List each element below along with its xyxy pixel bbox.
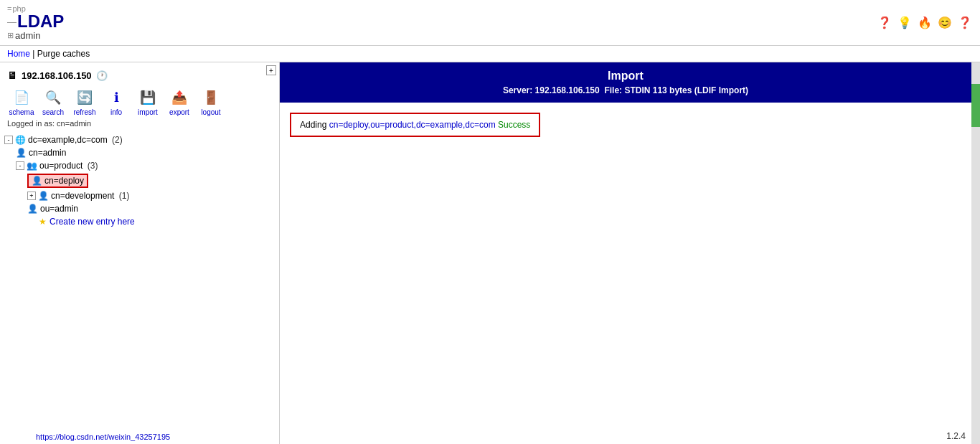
- info-button[interactable]: ℹ info: [102, 87, 131, 116]
- cn-admin-icon: 👤: [16, 148, 27, 158]
- import-result: Adding cn=deploy,ou=product,dc=example,d…: [290, 113, 540, 137]
- file-value: STDIN 113 bytes (LDIF Import): [624, 85, 748, 95]
- logout-icon: 🚪: [200, 87, 222, 108]
- import-icon: 💾: [137, 87, 159, 108]
- create-entry-link[interactable]: ★ Create new entry here: [39, 215, 275, 228]
- create-entry-label: Create new entry here: [50, 217, 135, 227]
- import-label: import: [138, 108, 158, 116]
- tree-cn-development[interactable]: + 👤 cn=development (1): [27, 189, 275, 202]
- logout-label: logout: [201, 108, 220, 116]
- logo-ldap: LDAP: [17, 13, 64, 30]
- main-layout: + 🖥 192.168.106.150 🕐 📄 schema 🔍 search …: [0, 62, 980, 444]
- content: Import Server: 192.168.106.150 File: STD…: [280, 62, 971, 444]
- logout-button[interactable]: 🚪 logout: [197, 87, 225, 116]
- cn-development-count: (1): [116, 191, 129, 201]
- root-globe-icon: 🌐: [15, 135, 26, 145]
- refresh-button[interactable]: 🔄 refresh: [70, 87, 99, 116]
- export-icon: 📤: [169, 87, 190, 108]
- home-link[interactable]: Home: [7, 49, 30, 59]
- sidebar: + 🖥 192.168.106.150 🕐 📄 schema 🔍 search …: [0, 62, 280, 444]
- server-label: Server:: [503, 85, 532, 95]
- cn-development-label: cn=development: [51, 191, 114, 201]
- server-value: 192.168.106.150: [535, 85, 600, 95]
- cn-deploy-selected[interactable]: 👤 cn=deploy: [27, 174, 88, 188]
- status-bar: https://blog.csdn.net/weixin_43257195: [36, 433, 170, 441]
- search-icon: 🔍: [42, 87, 64, 108]
- server-ip: 192.168.106.150: [22, 70, 92, 81]
- search-button[interactable]: 🔍 search: [39, 87, 67, 116]
- info-label: info: [110, 108, 122, 116]
- root-count: (2): [110, 135, 123, 145]
- import-header: Import Server: 192.168.106.150 File: STD…: [280, 62, 971, 103]
- result-dn: cn=deploy,ou=product,dc=example,dc=com: [329, 120, 496, 130]
- logo-eq-sign: =: [7, 4, 11, 13]
- root-toggle[interactable]: -: [4, 136, 13, 144]
- cn-admin-label: cn=admin: [29, 148, 66, 158]
- bulb-icon[interactable]: 💡: [897, 15, 913, 31]
- import-button[interactable]: 💾 import: [133, 87, 162, 116]
- fire-icon[interactable]: 🔥: [917, 15, 933, 31]
- logo-dash1: —: [7, 16, 17, 27]
- right-scrollbar: [971, 62, 980, 444]
- import-title: Import: [287, 70, 964, 82]
- root-label: dc=example,dc=com: [28, 135, 108, 145]
- tree-cn-deploy[interactable]: 👤 cn=deploy: [27, 172, 275, 189]
- tree-ou-product[interactable]: - 👥 ou=product (3): [16, 159, 275, 172]
- header: = php — LDAP ⊞ admin ❓ 💡 🔥 😊 ❓: [0, 0, 980, 46]
- schema-label: schema: [9, 108, 34, 116]
- development-toggle[interactable]: +: [27, 192, 36, 200]
- tree-root[interactable]: - 🌐 dc=example,dc=com (2): [4, 133, 275, 146]
- tree-cn-admin[interactable]: 👤 cn=admin: [16, 146, 275, 159]
- server-icon: 🖥: [7, 70, 17, 81]
- search-label: search: [42, 108, 64, 116]
- file-label: File:: [602, 85, 622, 95]
- ou-product-label: ou=product: [39, 161, 83, 171]
- tree-ou-admin[interactable]: 👤 ou=admin: [27, 202, 275, 215]
- cn-deploy-icon: 👤: [32, 176, 42, 186]
- version-label: 1.2.4: [946, 431, 966, 441]
- smile-icon[interactable]: 😊: [937, 15, 953, 31]
- result-prefix: Adding: [300, 120, 329, 130]
- scrollbar-thumb: [971, 84, 980, 127]
- info-icon2: ℹ: [105, 87, 127, 108]
- breadcrumb-current: Purge caches: [37, 49, 90, 59]
- breadcrumb: Home | Purge caches: [0, 46, 980, 62]
- export-button[interactable]: 📤 export: [165, 87, 194, 116]
- refresh-icon: 🔄: [74, 87, 95, 108]
- ou-admin-label: ou=admin: [40, 204, 78, 214]
- logo-admin: admin: [15, 30, 40, 41]
- info-icon[interactable]: ❓: [957, 15, 973, 31]
- cn-deploy-label: cn=deploy: [44, 176, 84, 186]
- clock-icon[interactable]: 🕐: [96, 70, 108, 81]
- ou-product-count: (3): [85, 161, 98, 171]
- product-toggle[interactable]: -: [16, 161, 24, 170]
- export-label: export: [169, 108, 189, 116]
- cn-development-icon: 👤: [38, 191, 49, 201]
- logged-in-text: Logged in as: cn=admin: [0, 118, 279, 132]
- toolbar: 📄 schema 🔍 search 🔄 refresh ℹ info 💾 imp…: [0, 84, 279, 118]
- help-icon[interactable]: ❓: [877, 15, 892, 31]
- schema-button[interactable]: 📄 schema: [7, 87, 36, 116]
- star-icon: ★: [39, 217, 47, 227]
- import-server-info: Server: 192.168.106.150 File: STDIN 113 …: [287, 85, 964, 95]
- sidebar-expand-button[interactable]: +: [266, 65, 276, 75]
- tree: - 🌐 dc=example,dc=com (2) 👤 cn=admin - 👥…: [0, 132, 279, 230]
- result-success: Success: [498, 120, 530, 130]
- logo: = php — LDAP ⊞ admin: [7, 4, 64, 41]
- ou-admin-icon: 👤: [27, 204, 38, 214]
- server-header: 🖥 192.168.106.150 🕐: [0, 67, 279, 84]
- header-icons: ❓ 💡 🔥 😊 ❓: [877, 15, 973, 31]
- schema-icon: 📄: [11, 87, 32, 108]
- logo-plus: ⊞: [7, 31, 14, 40]
- ou-product-icon: 👥: [27, 161, 37, 171]
- refresh-label: refresh: [73, 108, 95, 116]
